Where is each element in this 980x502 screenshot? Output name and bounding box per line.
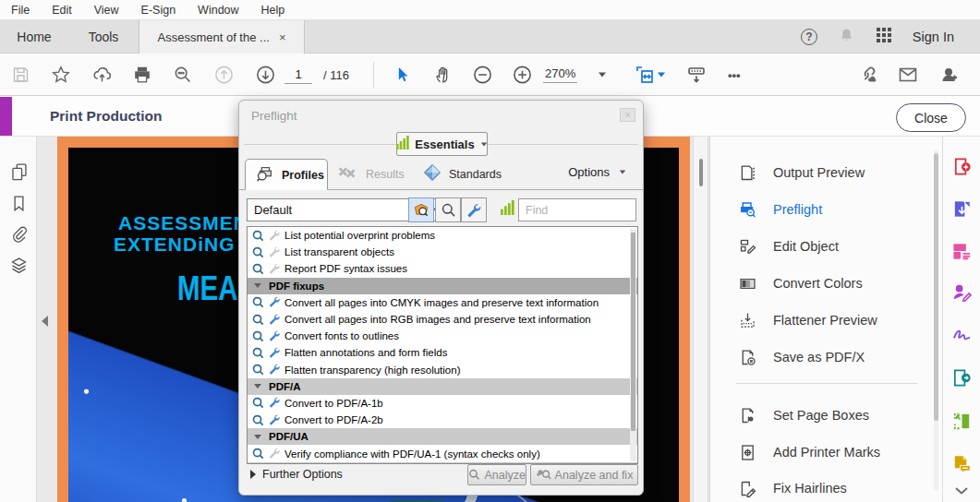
bookmarks-icon[interactable]: [9, 194, 29, 213]
scrollbar-thumb[interactable]: [631, 233, 635, 431]
menu-esign[interactable]: E-Sign: [130, 4, 188, 17]
edit-pdf-icon[interactable]: [951, 241, 973, 262]
fixup-wrench-icon: [268, 229, 282, 243]
profile-row[interactable]: Convert to PDF/A-2b: [248, 412, 637, 428]
share-with-people-icon[interactable]: [938, 64, 961, 86]
zoom-in-icon[interactable]: [512, 64, 533, 85]
tool-output-preview[interactable]: Output Preview: [738, 161, 865, 185]
app-grid-icon[interactable]: [876, 27, 892, 47]
help-icon[interactable]: ?: [801, 29, 817, 45]
scrollbar-thumb[interactable]: [934, 153, 938, 421]
menu-edit[interactable]: Edit: [41, 4, 83, 17]
hand-tool-icon[interactable]: [433, 65, 454, 85]
create-pdf-icon[interactable]: [951, 156, 973, 177]
star-favorite-icon[interactable]: [51, 65, 71, 85]
profile-group-header[interactable]: PDF fixups: [248, 278, 637, 294]
share-link-icon[interactable]: [857, 64, 879, 86]
collapse-left-pane-icon[interactable]: [42, 316, 48, 327]
scrollbar-thumb[interactable]: [699, 159, 703, 186]
tab-label: Standards: [449, 168, 502, 181]
page-number-input[interactable]: [284, 66, 312, 84]
more-quick-tools-chevron-icon[interactable]: [953, 484, 970, 500]
zoom-level-field[interactable]: 270%: [543, 66, 577, 83]
tool-edit-object[interactable]: Edit Object: [738, 234, 839, 258]
save-icon[interactable]: [11, 65, 30, 84]
show-fixups-toggle-button[interactable]: [408, 197, 434, 222]
options-menu-button[interactable]: Options: [568, 165, 626, 179]
next-view-icon[interactable]: [255, 64, 276, 85]
export-pdf-icon[interactable]: [951, 198, 973, 220]
zoom-caret-down-icon[interactable]: [599, 72, 606, 77]
tab-results[interactable]: Results: [330, 159, 405, 190]
profile-row[interactable]: Convert all pages into RGB images and pr…: [248, 311, 637, 328]
tab-home[interactable]: Home: [0, 20, 68, 54]
collapse-triangle-icon[interactable]: [254, 384, 261, 388]
more-tools-icon[interactable]: •••: [728, 67, 741, 81]
tool-preflight[interactable]: Preflight: [738, 197, 822, 221]
previous-view-icon[interactable]: [213, 64, 235, 85]
tool-convert-colors[interactable]: Convert Colors: [738, 271, 863, 295]
further-options-toggle[interactable]: Further Options: [250, 468, 343, 481]
profile-group-header[interactable]: PDF/UA: [248, 428, 637, 445]
page-thumbnails-icon[interactable]: [9, 161, 29, 181]
menu-file[interactable]: File: [0, 4, 41, 17]
menu-help[interactable]: Help: [250, 4, 296, 17]
tab-standards[interactable]: Standards: [415, 159, 502, 190]
profile-row[interactable]: List potential overprint problems: [248, 227, 637, 244]
profile-row[interactable]: Report PDF syntax issues: [248, 260, 637, 277]
request-signatures-icon[interactable]: [951, 281, 973, 303]
tool-flattener-preview[interactable]: Flattener Preview: [738, 308, 877, 332]
page-number-field[interactable]: [284, 66, 312, 84]
tab-profiles[interactable]: Profiles: [245, 159, 328, 190]
attachments-icon[interactable]: [9, 224, 29, 244]
tab-document[interactable]: Assessment of the ... ×: [139, 20, 305, 54]
close-tab-icon[interactable]: ×: [279, 30, 286, 44]
expand-triangle-icon: [250, 470, 256, 479]
share-upload-icon[interactable]: [91, 64, 113, 85]
tools-panel-scrollbar[interactable]: [934, 149, 938, 491]
analyze-and-fix-button[interactable]: Analyze and fix: [530, 464, 638, 485]
email-icon[interactable]: [897, 64, 919, 86]
tool-add-printer-marks[interactable]: Add Printer Marks: [738, 440, 880, 464]
profile-row[interactable]: Convert all pages into CMYK images and p…: [248, 294, 637, 311]
zoom-out-icon[interactable]: [472, 64, 493, 85]
document-scrollbar[interactable]: [693, 137, 708, 502]
print-icon[interactable]: [132, 65, 152, 85]
profile-row[interactable]: Verify compliance with PDF/UA-1 (syntax …: [248, 445, 637, 461]
profile-row[interactable]: Convert fonts to outlines: [248, 328, 637, 344]
menu-view[interactable]: View: [83, 4, 130, 17]
layers-icon[interactable]: [9, 256, 29, 275]
organize-pages-icon[interactable]: [951, 411, 973, 432]
page-scrolling-icon[interactable]: [685, 64, 708, 86]
sign-in-button[interactable]: Sign In: [913, 30, 954, 44]
search-zoom-icon[interactable]: [173, 65, 193, 85]
show-checks-button[interactable]: [435, 197, 461, 222]
collapse-triangle-icon[interactable]: [254, 435, 261, 439]
profiles-list[interactable]: List potential overprint problems List t…: [247, 226, 638, 464]
find-input[interactable]: [518, 198, 636, 221]
show-single-fixups-button[interactable]: [461, 197, 487, 222]
profiles-list-scrollbar[interactable]: [630, 229, 636, 461]
send-for-review-icon[interactable]: [951, 367, 973, 388]
close-button[interactable]: Close: [896, 103, 966, 132]
fit-caret-down-icon[interactable]: [658, 72, 665, 77]
collapse-triangle-icon[interactable]: [254, 283, 261, 288]
profile-row[interactable]: List transparent objects: [248, 244, 637, 260]
library-selector-button[interactable]: Essentials: [396, 132, 488, 156]
profile-row[interactable]: Convert to PDF/A-1b: [248, 395, 637, 412]
dialog-close-icon[interactable]: ×: [620, 108, 635, 122]
fit-width-icon[interactable]: [634, 64, 656, 86]
profile-group-header[interactable]: PDF/A: [248, 378, 637, 395]
notifications-bell-icon[interactable]: [838, 27, 855, 48]
tool-fix-hairlines[interactable]: Fix Hairlines: [738, 476, 847, 500]
tool-save-as-pdfx[interactable]: Save as PDF/X: [738, 345, 865, 369]
profile-row[interactable]: Flatten transparency (high resolution): [248, 362, 637, 378]
comment-icon[interactable]: [951, 453, 973, 474]
fill-and-sign-icon[interactable]: [951, 324, 973, 345]
tab-tools[interactable]: Tools: [68, 20, 139, 54]
analyze-button[interactable]: Analyze: [467, 464, 526, 485]
menu-window[interactable]: Window: [187, 4, 249, 17]
tool-set-page-boxes[interactable]: Set Page Boxes: [738, 403, 869, 427]
select-tool-icon[interactable]: [393, 66, 412, 84]
profile-row[interactable]: Flatten annotations and form fields: [248, 344, 637, 361]
